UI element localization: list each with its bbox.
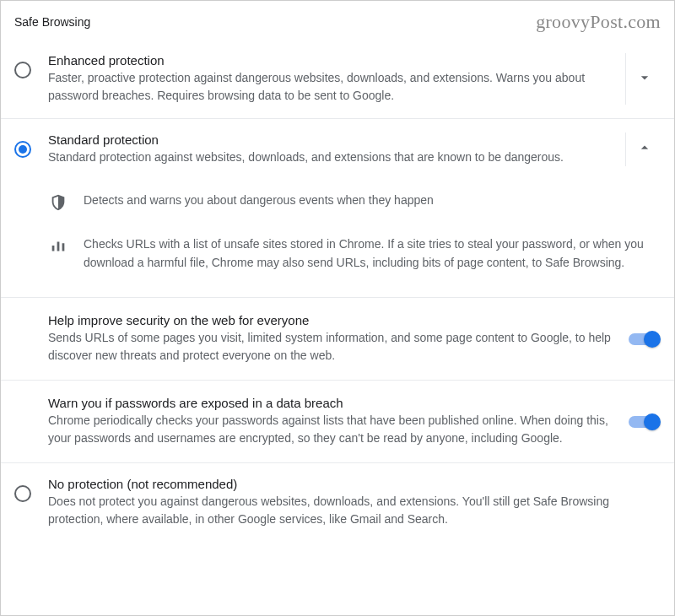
chevron-down-icon <box>636 69 653 89</box>
option-desc: Faster, proactive protection against dan… <box>48 69 615 105</box>
safe-browsing-settings: Safe Browsing groovyPost.com Enhanced pr… <box>1 1 674 542</box>
option-title: No protection (not recommended) <box>48 477 656 491</box>
radio-standard[interactable] <box>14 141 31 158</box>
option-enhanced[interactable]: Enhanced protection Faster, proactive pr… <box>1 40 674 119</box>
feature-text: Checks URLs with a list of unsafe sites … <box>84 235 652 272</box>
bar-chart-icon <box>48 235 68 256</box>
option-title: Standard protection <box>48 132 615 147</box>
toggle-improve-security[interactable] <box>629 333 659 345</box>
toggle-desc: Chrome periodically checks your password… <box>48 412 617 447</box>
toggle-row-improve-security: Help improve security on the web for eve… <box>1 298 674 381</box>
header: Safe Browsing groovyPost.com <box>1 1 674 40</box>
toggle-title: Help improve security on the web for eve… <box>48 313 617 327</box>
section-title: Safe Browsing <box>14 15 90 29</box>
toggle-desc: Sends URLs of some pages you visit, limi… <box>48 329 617 365</box>
feature-row: Checks URLs with a list of unsafe sites … <box>48 224 661 284</box>
toggle-password-breach[interactable] <box>629 416 659 428</box>
option-no-protection[interactable]: No protection (not recommended) Does not… <box>1 463 674 542</box>
shield-icon <box>48 192 68 212</box>
option-desc: Standard protection against websites, do… <box>48 149 615 166</box>
toggle-title: Warn you if passwords are exposed in a d… <box>48 396 617 410</box>
feature-row: Detects and warns you about dangerous ev… <box>48 180 661 224</box>
standard-details: Detects and warns you about dangerous ev… <box>1 180 674 298</box>
expand-enhanced-button[interactable] <box>625 53 662 105</box>
option-desc: Does not protect you against dangerous w… <box>48 493 656 528</box>
option-standard[interactable]: Standard protection Standard protection … <box>1 119 674 180</box>
radio-no-protection[interactable] <box>14 485 31 502</box>
watermark: groovyPost.com <box>536 11 661 33</box>
toggle-row-password-breach: Warn you if passwords are exposed in a d… <box>1 381 674 463</box>
feature-text: Detects and warns you about dangerous ev… <box>84 192 652 210</box>
option-title: Enhanced protection <box>48 53 615 68</box>
chevron-up-icon <box>636 139 653 159</box>
radio-enhanced[interactable] <box>14 62 31 78</box>
collapse-standard-button[interactable] <box>625 132 662 166</box>
